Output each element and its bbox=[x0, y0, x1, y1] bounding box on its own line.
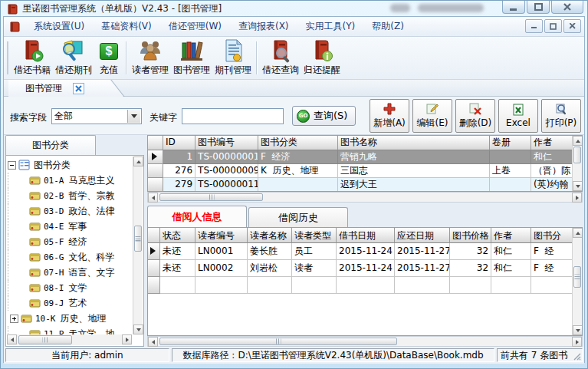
journal-management-button[interactable]: 期刊管理 bbox=[212, 38, 254, 77]
table-header-row: ID 图书编号 图书分类 图书名称 卷册 作者 bbox=[148, 136, 582, 150]
search-field-select[interactable]: 全部 bbox=[51, 108, 142, 124]
column-header[interactable]: 图书编号 bbox=[195, 136, 258, 150]
add-button[interactable]: 新增(A) bbox=[370, 99, 409, 133]
status-current-user: 当前用户: admin bbox=[5, 348, 169, 362]
column-header[interactable]: 图书分类 bbox=[258, 136, 338, 150]
menu-help[interactable]: 帮助(Z) bbox=[363, 17, 412, 36]
tree-item[interactable]: 08-I文学 bbox=[8, 280, 132, 295]
column-header[interactable]: 作者 bbox=[531, 136, 577, 150]
scroll-down-icon[interactable] bbox=[133, 325, 143, 334]
tree-vertical-scrollbar[interactable] bbox=[133, 156, 143, 334]
book-table-vertical-scrollbar[interactable] bbox=[572, 136, 582, 191]
scroll-thumb[interactable] bbox=[18, 335, 72, 344]
expand-icon[interactable] bbox=[10, 315, 18, 323]
column-header[interactable]: 卷册 bbox=[490, 136, 531, 150]
scroll-down-icon[interactable] bbox=[573, 181, 583, 191]
resize-grip-icon[interactable] bbox=[573, 353, 581, 361]
tree-item[interactable]: 11-P天文学、地 bbox=[8, 326, 132, 334]
keyword-input[interactable] bbox=[182, 108, 284, 124]
scroll-right-icon[interactable] bbox=[122, 334, 132, 344]
tree-item[interactable]: 03-D政治、法律 bbox=[8, 203, 132, 219]
table-row[interactable]: 未还 LN0002 刘岩松 读者 2015-11-24 1 2015-11-27… bbox=[148, 260, 582, 277]
column-header[interactable]: 借书日期 bbox=[337, 228, 395, 243]
reader-management-button[interactable]: 读者管理 bbox=[130, 38, 171, 77]
tree-item[interactable]: 01-A马克思主义 bbox=[8, 173, 132, 188]
tree-item[interactable]: 09-J艺术 bbox=[8, 295, 132, 311]
close-button[interactable] bbox=[551, 1, 583, 14]
tab-close-button[interactable] bbox=[73, 83, 84, 94]
column-header[interactable]: 图书价格 bbox=[450, 228, 491, 243]
mdi-close-button[interactable] bbox=[563, 19, 581, 33]
menu-query-reports[interactable]: 查询报表(X) bbox=[230, 17, 297, 36]
tab-book-categories[interactable]: 图书分类 bbox=[5, 135, 96, 155]
recharge-button[interactable]: $ 充值 bbox=[94, 38, 123, 77]
maximize-button[interactable] bbox=[527, 1, 550, 14]
dropdown-button[interactable] bbox=[127, 110, 140, 123]
scroll-right-icon[interactable] bbox=[572, 193, 582, 203]
collapse-icon[interactable] bbox=[8, 161, 16, 170]
print-button[interactable]: 打印(P) bbox=[541, 99, 581, 133]
tree-item[interactable]: 10-K历史、地理 bbox=[8, 311, 132, 326]
scroll-thumb[interactable] bbox=[573, 266, 581, 288]
return-reminder-button[interactable]: 归还提醒 bbox=[301, 38, 343, 77]
scroll-thumb[interactable] bbox=[159, 193, 263, 201]
column-header[interactable]: 读者类型 bbox=[292, 228, 337, 243]
scroll-down-icon[interactable] bbox=[573, 325, 583, 335]
scroll-up-icon[interactable] bbox=[573, 136, 583, 146]
tab-borrow-history[interactable]: 借阅历史 bbox=[248, 207, 348, 227]
column-header[interactable]: 图书分 bbox=[531, 228, 577, 243]
table-row-selected[interactable]: 1 TS-00000001 F 经济 营销九略 和仁 bbox=[148, 150, 582, 164]
tree-item[interactable]: 07-H语言、文字 bbox=[8, 265, 132, 280]
scroll-up-icon[interactable] bbox=[133, 156, 143, 166]
column-header[interactable]: 读者编号 bbox=[195, 228, 248, 243]
tab-book-management[interactable]: 图书管理 bbox=[8, 80, 123, 97]
close-icon bbox=[563, 3, 571, 11]
minimize-icon bbox=[510, 4, 517, 11]
menu-system-settings[interactable]: 系统设置(U) bbox=[25, 17, 93, 36]
scroll-left-icon[interactable] bbox=[148, 193, 158, 203]
column-header[interactable]: 应还日期 bbox=[395, 228, 450, 243]
tree-item[interactable]: 04-E军事 bbox=[8, 219, 132, 234]
lend-books-button[interactable]: 借还书籍 bbox=[11, 38, 53, 77]
table-row[interactable]: 279 TS-00000011 迟到大王 (英)约翰 bbox=[148, 178, 582, 192]
category-book-icon bbox=[29, 221, 41, 232]
menu-utilities[interactable]: 实用工具(Y) bbox=[297, 17, 364, 36]
lend-query-button[interactable]: 借还查询 bbox=[260, 38, 301, 77]
edit-button[interactable]: 编辑(E) bbox=[412, 99, 452, 133]
column-header[interactable]: 作者 bbox=[491, 228, 531, 243]
column-header[interactable]: ID bbox=[163, 136, 195, 150]
mdi-minimize-button[interactable] bbox=[525, 19, 543, 33]
borrow-table-vertical-scrollbar[interactable] bbox=[572, 228, 582, 335]
main-content: 图书分类 图书分类 01-A马克思主义 02-B哲学、宗教 03 bbox=[4, 135, 584, 347]
minimize-button[interactable] bbox=[502, 1, 525, 14]
excel-export-button[interactable]: Excel bbox=[498, 99, 538, 133]
tree-item[interactable]: 02-B哲学、宗教 bbox=[8, 188, 132, 203]
borrow-table-horizontal-scrollbar[interactable] bbox=[147, 336, 583, 347]
tab-borrower-info[interactable]: 借阅人信息 bbox=[147, 206, 247, 227]
mdi-restore-button[interactable] bbox=[544, 19, 562, 33]
column-header[interactable]: 状态 bbox=[160, 228, 195, 243]
book-management-button[interactable]: 图书管理 bbox=[171, 38, 212, 77]
table-row[interactable]: 276 TS-00000009 K 历史、地理 三国志 上卷 （晋）陈 bbox=[148, 164, 582, 178]
scroll-right-icon[interactable] bbox=[572, 337, 582, 347]
menu-lend-management[interactable]: 借还管理(W) bbox=[160, 17, 230, 36]
query-button[interactable]: GO 查询(S) bbox=[292, 106, 356, 126]
scroll-left-icon[interactable] bbox=[7, 334, 17, 344]
scroll-thumb[interactable] bbox=[134, 226, 142, 252]
book-table-horizontal-scrollbar[interactable] bbox=[147, 192, 583, 203]
lend-journals-button[interactable]: 借还期刊 bbox=[53, 38, 94, 77]
scroll-thumb[interactable] bbox=[159, 338, 397, 345]
column-header[interactable]: 读者名称 bbox=[248, 228, 292, 243]
tree-item[interactable]: 06-G文化、科学 bbox=[8, 249, 132, 265]
scroll-thumb[interactable] bbox=[573, 147, 581, 163]
menu-base-data[interactable]: 基础资料(V) bbox=[93, 17, 160, 36]
tree-horizontal-scrollbar[interactable] bbox=[7, 334, 132, 345]
table-row[interactable]: 未还 LN0001 姜长胜 员工 2015-11-24 1 2015-11-27… bbox=[148, 243, 582, 260]
delete-button[interactable]: 删除(D) bbox=[455, 99, 495, 133]
scroll-left-icon[interactable] bbox=[148, 337, 158, 347]
tree-root-item[interactable]: 图书分类 bbox=[8, 157, 132, 173]
pencil-icon bbox=[425, 103, 439, 115]
column-header[interactable]: 图书名称 bbox=[338, 136, 490, 150]
tree-item[interactable]: 05-F经济 bbox=[8, 234, 132, 249]
scroll-up-icon[interactable] bbox=[573, 228, 583, 238]
